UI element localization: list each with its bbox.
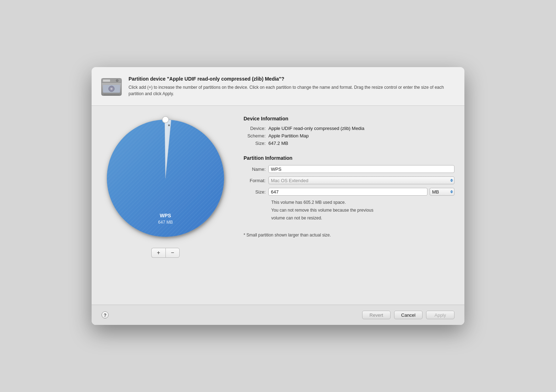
note-line2: You can not remove this volume because t… [271, 207, 442, 213]
footer-buttons: Revert Cancel Apply [362, 311, 454, 319]
unit-select[interactable]: MB GB TB [430, 188, 454, 196]
partition-pie-chart: * WPS 647 MB [102, 114, 229, 242]
chart-area: * WPS 647 MB + − [102, 114, 229, 296]
scheme-label: Scheme: [244, 133, 268, 138]
size-form-label: Size: [244, 189, 268, 195]
format-form-label: Format: [244, 178, 268, 183]
format-form-row: Format: Mac OS Extended Mac OS Extended … [244, 176, 454, 184]
svg-rect-7 [104, 95, 119, 95]
partition-size-input[interactable] [268, 188, 427, 196]
add-partition-button[interactable]: + [151, 248, 165, 258]
partition-dialog: Partition device "Apple UDIF read-only c… [92, 67, 464, 325]
svg-point-3 [116, 80, 118, 82]
partition-info-title: Partition Information [244, 155, 454, 161]
note-line1: This volume has 605.2 MB used space. [271, 199, 442, 206]
device-value: Apple UDIF read-only compressed (zlib) M… [268, 126, 364, 131]
format-select-container: Mac OS Extended Mac OS Extended Mac OS E… [268, 176, 454, 184]
header-text: Partition device "Apple UDIF read-only c… [129, 76, 454, 97]
device-size-label: Size: [244, 141, 268, 146]
dialog-description: Click add (+) to increase the number of … [129, 84, 454, 97]
note-line3: volume can not be resized. [271, 215, 442, 221]
help-button[interactable]: ? [102, 311, 109, 318]
dialog-footer: ? Revert Cancel Apply [92, 305, 464, 325]
disk-icon [100, 76, 123, 98]
svg-text:*: * [168, 123, 170, 129]
resize-handle[interactable] [162, 116, 169, 123]
size-row: Size: 647.2 MB [244, 141, 454, 146]
device-row: Device: Apple UDIF read-only compressed … [244, 126, 454, 131]
svg-point-6 [110, 88, 113, 90]
svg-text:WPS: WPS [160, 213, 171, 218]
svg-rect-2 [103, 80, 110, 82]
note-container: This volume has 605.2 MB used space. You… [271, 199, 454, 221]
remove-partition-button[interactable]: − [165, 248, 180, 258]
scheme-value: Apple Partition Map [268, 133, 309, 138]
name-form-row: Name: [244, 165, 454, 173]
main-content: * WPS 647 MB + − Device Information Devi… [92, 106, 464, 305]
device-label: Device: [244, 126, 268, 131]
footer-left: ? [102, 311, 109, 318]
scheme-row: Scheme: Apple Partition Map [244, 133, 454, 138]
name-form-label: Name: [244, 167, 268, 172]
partition-name-input[interactable] [268, 165, 454, 173]
format-select[interactable]: Mac OS Extended Mac OS Extended Mac OS E… [268, 176, 454, 184]
pie-container: * WPS 647 MB [102, 114, 229, 242]
dialog-title: Partition device "Apple UDIF read-only c… [129, 76, 454, 82]
small-note: * Small partition shown larger than actu… [244, 233, 454, 238]
unit-select-container: MB GB TB [430, 188, 454, 196]
svg-text:647 MB: 647 MB [158, 220, 173, 225]
cancel-button[interactable]: Cancel [394, 311, 423, 319]
apply-button[interactable]: Apply [426, 311, 454, 319]
revert-button[interactable]: Revert [362, 311, 391, 319]
dialog-header: Partition device "Apple UDIF read-only c… [92, 67, 464, 106]
size-form-row: Size: MB GB TB [244, 188, 454, 196]
device-info-title: Device Information [244, 116, 454, 121]
info-panel: Device Information Device: Apple UDIF re… [244, 114, 454, 296]
partition-controls: + − [151, 248, 180, 258]
device-size-value: 647.2 MB [268, 141, 288, 146]
